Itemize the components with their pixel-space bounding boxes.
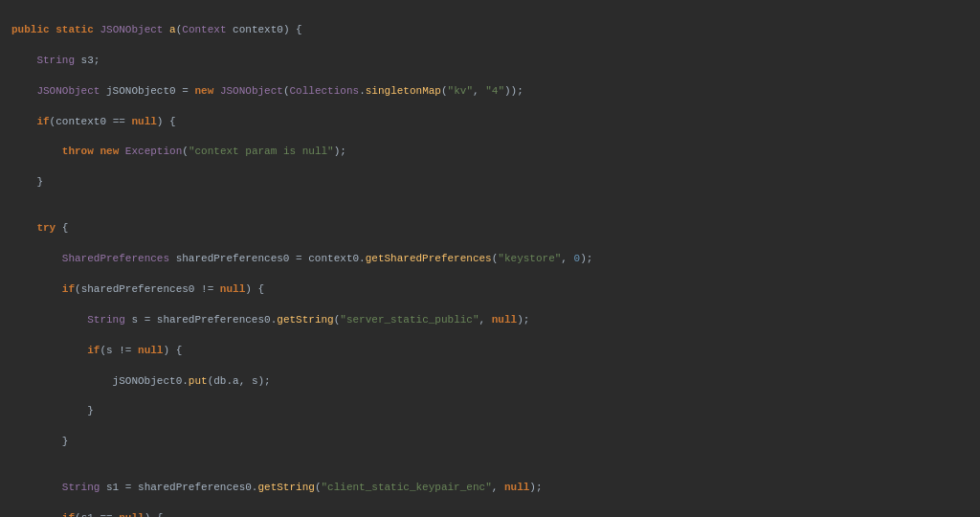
code-line: if(sharedPreferences0 != null) { [11, 282, 969, 298]
code-line: if(context0 == null) { [11, 115, 969, 130]
code-line: if(s != null) { [11, 344, 969, 359]
code-line: JSONObject jSONObject0 = new JSONObject(… [11, 84, 969, 100]
code-line: } [11, 435, 969, 450]
code-line: throw new Exception("context param is nu… [11, 145, 969, 160]
code-editor: public static JSONObject a(Context conte… [0, 0, 980, 517]
code-line: String s = sharedPreferences0.getString(… [11, 313, 969, 328]
code-line: } [11, 175, 969, 191]
code-line: jSONObject0.put(db.a, s); [11, 374, 969, 390]
code-line: String s1 = sharedPreferences0.getString… [11, 481, 969, 496]
code-line: try { [11, 221, 969, 236]
code-line: String s3; [11, 54, 969, 69]
code-line: public static JSONObject a(Context conte… [11, 23, 969, 38]
code-line: SharedPreferences sharedPreferences0 = c… [11, 252, 969, 267]
code-line: } [11, 404, 969, 419]
code-line: if(s1 == null) { [11, 511, 969, 517]
